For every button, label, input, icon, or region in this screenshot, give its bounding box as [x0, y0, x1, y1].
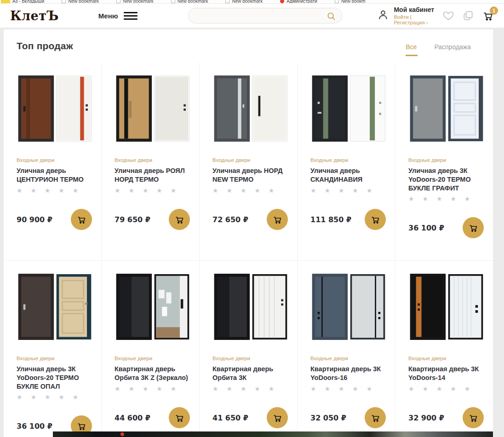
product-title[interactable]: Уличная дверь НОРД NEW ТЕРМО — [212, 167, 289, 184]
user-icon — [377, 9, 389, 23]
page-title: Топ продаж — [17, 40, 73, 52]
add-to-cart-button[interactable] — [463, 407, 484, 428]
product-category[interactable]: Входные двери — [310, 356, 387, 361]
product-price: 36 100 ₽ — [17, 422, 52, 431]
product-category[interactable]: Входные двери — [408, 356, 485, 361]
bookmark-item[interactable]: New bookm — [335, 0, 366, 3]
product-price: 72 650 ₽ — [212, 215, 248, 224]
bookmark-label: New bookmark — [68, 0, 99, 4]
product-price: 79 650 ₽ — [115, 215, 150, 224]
product-price: 90 900 ₽ — [17, 215, 52, 224]
product-image[interactable] — [212, 270, 289, 344]
product-image[interactable] — [17, 72, 93, 145]
product-image[interactable] — [212, 72, 289, 145]
product-card: Входные двери Уличная дверь НОРД NEW ТЕР… — [200, 63, 298, 260]
bookmark-item[interactable]: Аз - Вкладыши — [1, 0, 44, 3]
product-card: Входные двери Квартирная дверь Орбита 3К… — [102, 260, 200, 437]
product-category[interactable]: Входные двери — [17, 157, 93, 163]
product-title[interactable]: Квартирная дверь 3К YoDoors-16 — [310, 365, 387, 383]
product-card: Входные двери Уличная дверь 3К YoDoors-2… — [395, 63, 493, 260]
bookmark-label: New bookmark — [123, 0, 154, 4]
bookmark-item[interactable]: New bookmark — [62, 0, 99, 3]
main-content: Топ продаж Все Распродажа — [4, 29, 493, 437]
product-card: Входные двери Уличная дверь ЦЕНТУРИОН ТЕ… — [4, 63, 102, 260]
product-price: 44 600 ₽ — [115, 414, 150, 422]
product-card: Входные двери Квартирная дверь 3К YoDoor… — [298, 260, 395, 437]
browser-bookmarks-bar: Аз - Вкладыши New bookmark New bookmark … — [0, 0, 504, 4]
search-icon[interactable] — [327, 12, 336, 23]
bookmark-label: New bookmark — [232, 0, 263, 4]
bookmark-item[interactable]: New bookmark — [171, 0, 208, 3]
product-price: 41 650 ₽ — [212, 414, 248, 422]
product-card: Входные двери Уличная дверь СКАНДИНАВИЯ … — [298, 63, 395, 260]
add-to-cart-button[interactable] — [267, 407, 288, 428]
footer-banner — [53, 431, 493, 437]
product-rating: ★ ★ ★ ★ ★ — [310, 385, 387, 392]
product-category[interactable]: Входные двери — [115, 157, 191, 163]
product-rating: ★ ★ ★ ★ ★ — [115, 187, 191, 194]
bookmark-label: Администрати — [286, 0, 317, 4]
product-image[interactable] — [115, 270, 191, 344]
product-title[interactable]: Уличная дверь РОЯЛ НОРД ТЕРМО — [115, 167, 191, 184]
product-title[interactable]: Уличная дверь СКАНДИНАВИЯ — [310, 167, 387, 184]
product-title[interactable]: Уличная дверь 3К YoDoors-20 ТЕРМО БУКЛЕ … — [17, 365, 93, 391]
product-card: Входные двери Уличная дверь РОЯЛ НОРД ТЕ… — [102, 63, 200, 260]
tab-all[interactable]: Все — [406, 43, 417, 56]
bookmark-favicon — [1, 0, 10, 3]
bookmark-label: New bookmark — [178, 0, 208, 4]
product-rating: ★ ★ ★ ★ ★ — [212, 187, 289, 194]
product-title[interactable]: Квартирная дверь Орбита 3К Z (Зеркало) — [115, 365, 191, 383]
add-to-cart-button[interactable] — [267, 209, 288, 230]
product-rating: ★ ★ ★ ★ ★ — [115, 385, 191, 392]
product-image[interactable] — [408, 72, 485, 145]
add-to-cart-button[interactable] — [365, 407, 386, 428]
product-category[interactable]: Входные двери — [212, 356, 289, 361]
search-bar[interactable] — [188, 8, 343, 23]
menu-button[interactable]: Меню — [98, 12, 137, 20]
bookmark-item[interactable]: New bookmark — [225, 0, 263, 3]
add-to-cart-button[interactable] — [71, 209, 92, 230]
product-rating: ★ ★ ★ ★ ★ — [212, 385, 289, 392]
product-title[interactable]: Квартирная дверь Орбита 3К — [212, 365, 289, 383]
add-to-cart-button[interactable] — [169, 407, 190, 428]
bookmark-item[interactable]: New bookmark — [116, 0, 154, 3]
favorites-icon[interactable] — [442, 10, 454, 22]
product-category[interactable]: Входные двери — [115, 356, 191, 361]
product-image[interactable] — [17, 270, 93, 344]
menu-label: Меню — [98, 12, 118, 20]
tabs: Все Распродажа — [406, 43, 471, 56]
product-card: Входные двери Квартирная дверь 3К YoDoor… — [395, 260, 493, 437]
product-card: Входные двери Уличная дверь 3К YoDoors-2… — [4, 260, 102, 437]
product-title[interactable]: Квартирная дверь 3К YoDoors-14 — [408, 365, 485, 383]
product-category[interactable]: Входные двери — [310, 157, 387, 163]
login-register-link[interactable]: Войти | Регистрация › — [394, 14, 442, 25]
bookmark-favicon — [62, 0, 66, 3]
tab-sale[interactable]: Распродажа — [434, 43, 471, 56]
bookmark-favicon — [225, 0, 229, 3]
add-to-cart-button[interactable] — [169, 209, 190, 230]
compare-icon[interactable] — [462, 10, 474, 22]
product-rating: ★ ★ ★ ★ ★ — [17, 187, 93, 194]
product-rating: ★ ★ ★ ★ ★ — [310, 187, 387, 194]
site-logo[interactable]: КлетЪ — [10, 9, 59, 23]
bookmark-favicon — [280, 0, 284, 3]
account-block[interactable]: Мой кабинет Войти | Регистрация › — [377, 6, 442, 25]
add-to-cart-button[interactable] — [463, 217, 484, 238]
product-title[interactable]: Уличная дверь 3К YoDoors-20 ТЕРМО БУКЛЕ … — [408, 167, 485, 193]
cart-icon[interactable]: 1 — [482, 10, 494, 22]
product-title[interactable]: Уличная дверь ЦЕНТУРИОН ТЕРМО — [17, 167, 93, 184]
product-category[interactable]: Входные двери — [408, 157, 485, 163]
product-category[interactable]: Входные двери — [212, 157, 289, 163]
account-title: Мой кабинет — [394, 6, 442, 13]
product-image[interactable] — [408, 270, 485, 344]
product-image[interactable] — [310, 270, 387, 344]
product-rating: ★ ★ ★ ★ ★ — [17, 393, 93, 401]
add-to-cart-button[interactable] — [365, 209, 386, 230]
product-price: 36 100 ₽ — [408, 224, 444, 232]
product-price: 32 900 ₽ — [408, 414, 444, 422]
bookmark-item[interactable]: Администрати — [280, 0, 317, 3]
product-image[interactable] — [115, 72, 191, 145]
product-category[interactable]: Входные двери — [17, 356, 93, 361]
search-input[interactable] — [189, 12, 342, 19]
product-image[interactable] — [310, 72, 387, 145]
